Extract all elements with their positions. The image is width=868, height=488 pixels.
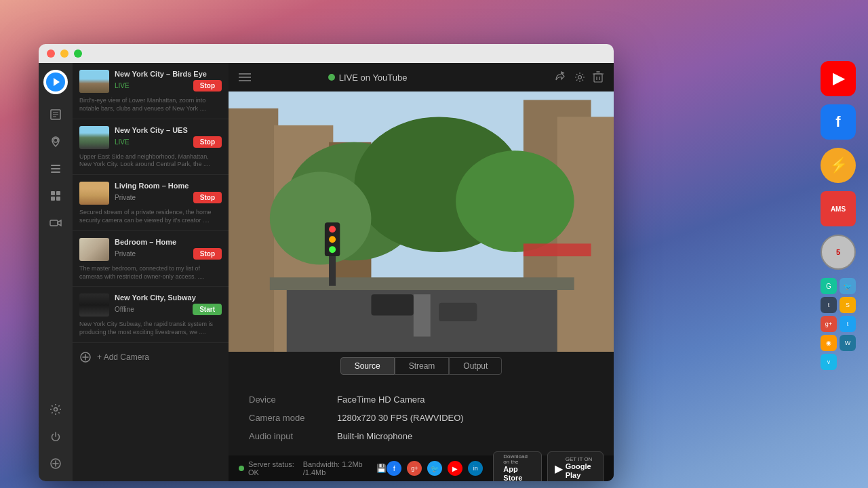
sidebar: [39, 63, 73, 481]
google-play-name: Google Play: [566, 462, 596, 480]
delete-icon[interactable]: [593, 71, 604, 83]
topbar-actions: [555, 71, 604, 83]
camera-name-3: Bedroom – Home: [115, 238, 222, 247]
camera-info-3: Bedroom – Home Private Stop: [115, 238, 222, 262]
preview-area: LIVE on YouTube: [229, 63, 614, 481]
svg-point-24: [578, 76, 581, 79]
app-store-badge[interactable]: Download on the App Store: [493, 451, 541, 481]
camera-start-button-4[interactable]: Start: [193, 304, 222, 315]
camera-item-header-3: Bedroom – Home Private Stop: [79, 238, 222, 262]
title-bar: [39, 44, 614, 63]
camera-stop-button-1[interactable]: Stop: [193, 136, 222, 148]
svg-point-48: [329, 236, 336, 243]
google-plus-small-icon[interactable]: g+: [821, 316, 837, 332]
google-play-badge[interactable]: ▶ GET IT ON Google Play: [547, 451, 604, 481]
camera-item-0[interactable]: New York City – Birds Eye LIVE Stop Bird…: [73, 63, 229, 119]
facebook-dock-icon[interactable]: f: [821, 104, 856, 140]
camera-item-2[interactable]: Living Room – Home Private Stop Secured …: [73, 175, 229, 231]
svg-rect-13: [50, 220, 58, 226]
svg-point-38: [456, 150, 574, 252]
app-store-sub: Download on the: [503, 454, 534, 465]
sketch-icon[interactable]: S: [840, 297, 856, 313]
sidebar-icon-list[interactable]: [45, 158, 66, 180]
camera-thumb-img-3: [79, 238, 109, 261]
social-youtube-icon[interactable]: ▶: [448, 461, 462, 476]
twitter-small-icon[interactable]: t: [840, 316, 856, 332]
camera-thumb-2: [79, 182, 109, 205]
camera-item-header-4: New York City, Subway Offline Start: [79, 293, 222, 318]
svg-rect-25: [594, 74, 602, 82]
app-store-text: Download on the App Store: [503, 454, 534, 481]
status-bar: Server status: OK Bandwidth: 1.2Mb /1.4M…: [229, 455, 614, 481]
server-status-text: Server status: OK: [248, 460, 295, 476]
camera-stop-button-3[interactable]: Stop: [193, 248, 222, 260]
source-panel: Device FaceTime HD Camera Camera mode 12…: [229, 380, 614, 455]
thunder-dock-icon[interactable]: ⚡: [821, 148, 856, 183]
svg-rect-7: [51, 168, 60, 169]
sidebar-icon-grid[interactable]: [45, 185, 66, 207]
source-row-audio: Audio input Built-in Microphone: [249, 427, 593, 445]
menu-icon[interactable]: [239, 73, 251, 82]
camera-status-row-3: Private Stop: [115, 248, 222, 260]
camera-name-4: New York City, Subway: [115, 293, 222, 302]
camera-stop-button-0[interactable]: Stop: [193, 80, 222, 92]
store-badges: Download on the App Store ▶ GET IT ON Go…: [493, 451, 604, 481]
camera-stop-button-2[interactable]: Stop: [193, 192, 222, 203]
camera-desc-1: Upper East Side and neighborhood, Manhat…: [79, 153, 222, 169]
camera-status-row-2: Private Stop: [115, 192, 222, 203]
sidebar-icon-add[interactable]: [45, 453, 66, 474]
camera-item-3[interactable]: Bedroom – Home Private Stop The master b…: [73, 231, 229, 287]
ams-dock-icon[interactable]: AMS: [821, 191, 856, 226]
grammarly-icon[interactable]: G: [821, 278, 837, 294]
app-logo[interactable]: [43, 70, 68, 94]
preview-topbar: LIVE on YouTube: [229, 63, 614, 92]
camera-item-4[interactable]: New York City, Subway Offline Start New …: [73, 287, 229, 343]
add-camera-button[interactable]: + Add Camera: [73, 343, 229, 371]
social-facebook-icon[interactable]: f: [387, 461, 401, 476]
tab-stream[interactable]: Stream: [395, 357, 450, 375]
preview-tabs: Source Stream Output: [229, 352, 614, 380]
live-text: LIVE on YouTube: [339, 73, 408, 83]
camera-desc-0: Bird's-eye view of Lower Manhattan, zoom…: [79, 97, 222, 113]
social-twitter-icon[interactable]: 🐦: [427, 461, 442, 476]
tumblr-icon[interactable]: t: [821, 297, 837, 313]
sidebar-icon-settings[interactable]: [45, 399, 66, 420]
minimize-button[interactable]: [60, 49, 68, 58]
vimeo-icon[interactable]: v: [821, 354, 837, 370]
camera-thumb-4: [79, 293, 109, 317]
tab-output[interactable]: Output: [449, 357, 502, 375]
camera-status-row-1: LIVE Stop: [115, 136, 222, 148]
svg-rect-10: [56, 191, 60, 195]
camera-status-row-0: LIVE Stop: [115, 80, 222, 92]
social-linkedin-icon[interactable]: in: [468, 461, 483, 476]
social-googleplus-icon[interactable]: g+: [407, 461, 422, 476]
app-store-name: App Store: [503, 465, 534, 481]
svg-rect-41: [414, 294, 431, 336]
device-label: Device: [249, 394, 337, 405]
share-icon[interactable]: [555, 71, 567, 83]
sidebar-icon-video[interactable]: [45, 212, 66, 234]
wordpress-icon[interactable]: W: [840, 335, 856, 351]
camera-info-2: Living Room – Home Private Stop: [115, 182, 222, 206]
camera-item-1[interactable]: New York City – UES LIVE Stop Upper East…: [73, 119, 229, 176]
camera-thumb-img-2: [79, 182, 109, 205]
status-dot: [239, 466, 244, 471]
device-value: FaceTime HD Camera: [337, 394, 425, 405]
tab-source[interactable]: Source: [340, 357, 395, 375]
google-play-icon: ▶: [555, 462, 563, 475]
sidebar-icon-location[interactable]: [45, 131, 66, 152]
youtube-dock-icon[interactable]: ▶: [821, 61, 856, 96]
live-indicator: LIVE on YouTube: [328, 73, 408, 83]
sidebar-icon-power[interactable]: [45, 426, 66, 447]
camera-info-1: New York City – UES LIVE Stop: [115, 126, 222, 150]
close-button[interactable]: [47, 49, 55, 58]
orange-icon[interactable]: ◉: [821, 335, 837, 351]
target-dock-icon[interactable]: 5: [821, 235, 856, 270]
svg-point-14: [54, 408, 58, 411]
camera-desc-3: The master bedroom, connected to my list…: [79, 265, 222, 281]
sidebar-icon-book[interactable]: [45, 104, 66, 125]
tweetbot-icon[interactable]: 🐦: [840, 278, 856, 294]
maximize-button[interactable]: [74, 49, 82, 58]
settings-icon[interactable]: [574, 71, 586, 83]
source-row-camera-mode: Camera mode 868x488 30 FPS (RAWVIDEO): [249, 409, 593, 427]
